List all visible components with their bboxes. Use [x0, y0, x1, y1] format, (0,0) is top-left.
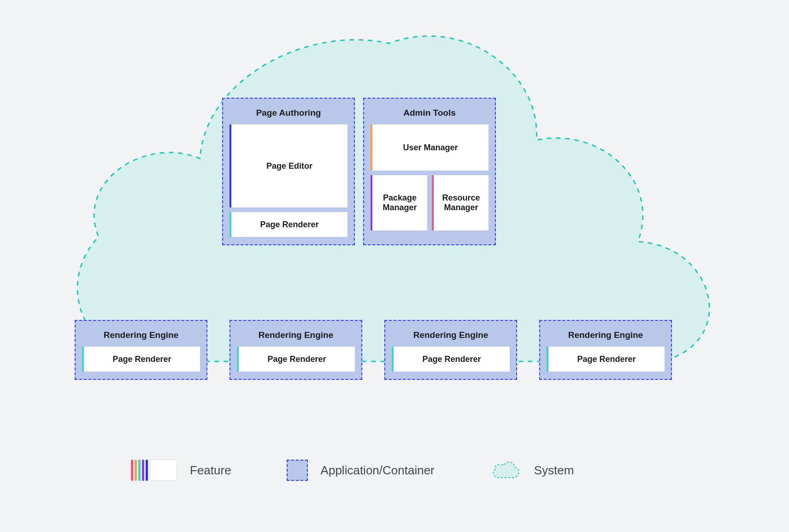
container-swatch-icon — [287, 460, 308, 481]
feature-page-editor: Page Editor — [230, 124, 347, 207]
feature-resource-manager: Resource Manager — [432, 175, 489, 231]
feature-package-manager: Package Manager — [371, 175, 427, 231]
legend-item-system: System — [490, 459, 574, 481]
architecture-diagram: Page Authoring Page Editor Page Renderer… — [48, 20, 750, 514]
feature-page-renderer: Page Renderer — [237, 347, 355, 372]
container-title: Rendering Engine — [547, 327, 665, 347]
legend-item-feature: Feature — [131, 460, 231, 481]
container-page-authoring: Page Authoring Page Editor Page Renderer — [222, 98, 355, 245]
container-title: Rendering Engine — [392, 327, 510, 347]
feature-swatch-icon — [131, 460, 177, 481]
container-admin-tools: Admin Tools User Manager Package Manager… — [363, 98, 496, 245]
container-title: Page Authoring — [230, 105, 347, 124]
container-title: Admin Tools — [371, 105, 489, 124]
legend-label: System — [534, 463, 574, 478]
container-rendering-engine: Rendering Engine Page Renderer — [230, 320, 362, 380]
container-title: Rendering Engine — [237, 327, 355, 347]
feature-user-manager: User Manager — [371, 124, 489, 171]
container-title: Rendering Engine — [82, 327, 200, 347]
feature-page-renderer: Page Renderer — [230, 212, 347, 237]
legend-item-container: Application/Container — [287, 460, 435, 481]
container-rendering-engine: Rendering Engine Page Renderer — [75, 320, 207, 380]
cloud-swatch-icon — [490, 459, 521, 481]
legend-label: Application/Container — [321, 463, 435, 478]
admin-tools-lower-row: Package Manager Resource Manager — [371, 175, 489, 231]
container-rendering-engine: Rendering Engine Page Renderer — [539, 320, 672, 380]
legend: Feature Application/Container System — [131, 459, 574, 481]
top-containers-row: Page Authoring Page Editor Page Renderer… — [222, 98, 496, 245]
bottom-containers-row: Rendering Engine Page Renderer Rendering… — [75, 320, 672, 380]
feature-page-renderer: Page Renderer — [82, 347, 200, 372]
container-rendering-engine: Rendering Engine Page Renderer — [384, 320, 517, 380]
feature-page-renderer: Page Renderer — [547, 347, 665, 372]
legend-label: Feature — [190, 463, 231, 478]
feature-page-renderer: Page Renderer — [392, 347, 510, 372]
